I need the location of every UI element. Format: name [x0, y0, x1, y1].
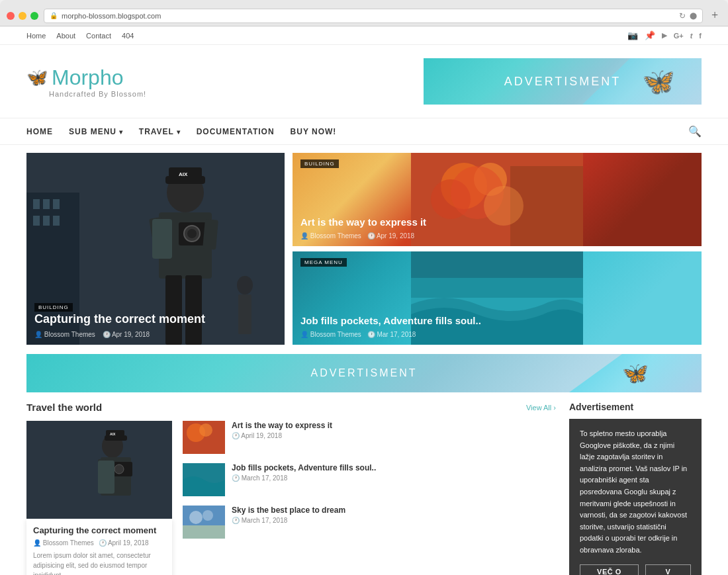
second-ad-banner[interactable]: ADVERTISMENT 🦋: [26, 354, 702, 392]
featured-meta: 👤 Blossom Themes 🕐 Apr 19, 2018: [34, 331, 150, 338]
svg-text:AIX: AIX: [110, 432, 116, 436]
travel-card-meta: 👤 Blossom Themes 🕐 April 19, 2018: [33, 539, 165, 547]
featured-author: Blossom Themes: [44, 331, 95, 338]
top-navigation: Home About Contact 404 📷 📌 ▶ G+ t f: [0, 26, 728, 45]
travel-list-item-1[interactable]: Art is the way to express it 🕐 April 19,…: [183, 421, 556, 454]
travel-section-title: Travel the world: [26, 402, 102, 413]
lock-icon: 🔒: [50, 12, 58, 19]
new-tab-button[interactable]: +: [708, 9, 721, 22]
side-post-2-title: Job fills pockets, Adventure fills soul.…: [300, 315, 694, 326]
header-ad-banner[interactable]: ADVERTISMENT 🦋: [424, 58, 702, 105]
youtube-icon[interactable]: ▶: [662, 31, 667, 40]
featured-date: Apr 19, 2018: [112, 331, 150, 338]
logo-tagline: Handcrafted By Blossom!: [49, 90, 146, 98]
svg-rect-18: [203, 219, 218, 250]
search-icon[interactable]: 🔍: [688, 125, 702, 138]
travel-list-thumb-3: [183, 506, 225, 539]
svg-rect-3: [43, 199, 50, 209]
svg-rect-2: [33, 199, 40, 209]
travel-list-date-text-1: April 19, 2018: [241, 432, 282, 439]
travel-card-date: April 19, 2018: [108, 539, 149, 547]
side-post-2-author-icon: 👤: [300, 331, 308, 338]
travel-list-date-2: 🕐 March 17, 2018: [232, 474, 376, 482]
nav-contact-link[interactable]: Contact: [86, 32, 111, 40]
nav-item-submenu[interactable]: SUB MENU: [69, 127, 123, 136]
svg-rect-43: [98, 461, 114, 494]
travel-card-title: Capturing the correct moment: [33, 525, 165, 535]
svg-rect-5: [33, 216, 40, 226]
svg-rect-23: [238, 294, 251, 334]
travel-list-clock-icon-3: 🕐: [232, 517, 240, 524]
travel-list: Art is the way to express it 🕐 April 19,…: [183, 421, 556, 575]
nav-item-buynow[interactable]: BUY NOW!: [291, 127, 337, 136]
travel-list-item-2[interactable]: Job fills pockets, Adventure fills soul.…: [183, 463, 556, 496]
url-text: morpho-blossom.blogspot.com: [62, 12, 161, 20]
svg-point-15: [187, 229, 197, 238]
second-ad-text: ADVERTISMENT: [310, 367, 417, 379]
side-post-1-date: Apr 19, 2018: [377, 232, 414, 240]
featured-badge: BUILDING: [34, 303, 73, 312]
facebook-icon[interactable]: f: [699, 32, 702, 40]
minimize-button[interactable]: [19, 12, 26, 20]
travel-main-post[interactable]: AIX Capturing the correct moment 👤 B: [26, 421, 172, 575]
side-post-1-badge: BUILDING: [300, 159, 339, 168]
twitter-icon[interactable]: t: [690, 32, 693, 40]
side-post-2-badge: MEGA MENU: [300, 258, 347, 267]
pinterest-icon[interactable]: 📌: [645, 30, 655, 40]
travel-card-excerpt: Lorem ipsum dolor sit amet, consectetur …: [33, 551, 165, 575]
nav-about-link[interactable]: About: [56, 32, 75, 40]
travel-list-title-2: Job fills pockets, Adventure fills soul.…: [232, 463, 376, 472]
travel-list-thumb-1: [183, 421, 225, 454]
cookie-ok-button[interactable]: V REDU: [645, 564, 691, 575]
view-all-link[interactable]: View All: [526, 404, 556, 412]
side-post-2[interactable]: MEGA MENU Job fills pockets, Adventure f…: [293, 251, 702, 345]
side-posts: BUILDING Art is the way to express it 👤 …: [293, 153, 702, 345]
logo-area: 🦋 Morpho Handcrafted By Blossom!: [26, 66, 146, 98]
nav-404-link[interactable]: 404: [122, 32, 134, 40]
close-button[interactable]: [7, 12, 15, 20]
googleplus-icon[interactable]: G+: [674, 32, 684, 40]
nav-item-home[interactable]: HOME: [26, 127, 53, 136]
side-post-2-clock-icon: 🕐: [367, 331, 375, 338]
nav-item-travel[interactable]: TRAVEL: [139, 127, 181, 136]
travel-list-item-3[interactable]: Sky is the best place to dream 🕐 March 1…: [183, 506, 556, 539]
ad-butterfly-icon: 🦋: [642, 66, 675, 97]
side-post-1-title: Art is the way to express it: [300, 216, 694, 228]
side-post-1-clock-icon: 🕐: [367, 232, 375, 240]
site-logo[interactable]: 🦋 Morpho: [26, 66, 124, 90]
featured-main-post[interactable]: AIX: [26, 153, 285, 345]
forward-icon[interactable]: ⬤: [690, 12, 697, 19]
ad-banner-text: ADVERTISMENT: [504, 75, 621, 89]
travel-main-image: AIX: [26, 421, 172, 519]
travel-list-date-1: 🕐 April 19, 2018: [232, 432, 332, 439]
address-bar[interactable]: 🔒 morpho-blossom.blogspot.com ↻ ⬤: [44, 9, 703, 23]
main-navigation: HOME SUB MENU TRAVEL DOCUMENTATION BUY N…: [0, 118, 728, 145]
maximize-button[interactable]: [30, 12, 38, 20]
svg-point-22: [237, 276, 253, 294]
cookie-popup: To spletno mesto uporablja Googlove pišk…: [569, 419, 702, 575]
featured-clock-icon: 🕐: [103, 331, 111, 338]
social-links: 📷 📌 ▶ G+ t f: [627, 30, 702, 40]
travel-card-clock-icon: 🕐: [99, 539, 107, 547]
travel-list-title-1: Art is the way to express it: [232, 421, 332, 430]
nav-item-documentation[interactable]: DOCUMENTATION: [197, 127, 275, 136]
side-post-1-author-icon: 👤: [300, 232, 308, 240]
cookie-text: To spletno mesto uporablja Googlove pišk…: [580, 428, 691, 556]
instagram-icon[interactable]: 📷: [627, 30, 638, 40]
svg-point-46: [199, 423, 212, 437]
nav-home-link[interactable]: Home: [26, 32, 46, 40]
travel-list-info-2: Job fills pockets, Adventure fills soul.…: [232, 463, 376, 482]
side-post-1-author: Blossom Themes: [310, 232, 361, 240]
svg-rect-4: [53, 199, 60, 209]
cookie-more-button[interactable]: VEČ O TEM: [580, 564, 639, 575]
travel-list-info-1: Art is the way to express it 🕐 April 19,…: [232, 421, 332, 439]
travel-list-date-text-3: March 17, 2018: [242, 517, 288, 524]
reload-icon[interactable]: ↻: [679, 11, 686, 21]
cookie-buttons: VEČ O TEM V REDU: [580, 564, 691, 575]
svg-point-51: [203, 510, 213, 521]
side-post-1[interactable]: BUILDING Art is the way to express it 👤 …: [293, 153, 702, 246]
svg-rect-21: [152, 219, 172, 259]
hero-section: AIX: [0, 153, 728, 345]
travel-list-thumb-2: [183, 463, 225, 496]
svg-rect-19: [165, 275, 182, 345]
